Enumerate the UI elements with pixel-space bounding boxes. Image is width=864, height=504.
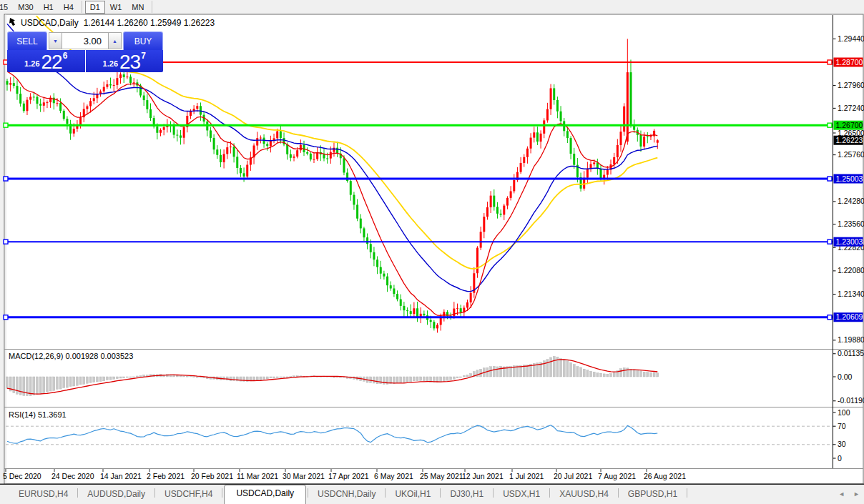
time-label: 6 May 2021 xyxy=(374,472,413,480)
tab-separator xyxy=(154,488,155,498)
time-label: 20 Feb 2021 xyxy=(191,472,233,480)
line-handle[interactable] xyxy=(4,123,8,127)
axis-label: 1.29440 xyxy=(838,34,864,43)
tab-separator xyxy=(618,488,619,498)
axis-label: 1.21340 xyxy=(838,290,864,298)
time-label: 17 Apr 2021 xyxy=(328,472,369,480)
line-handle[interactable] xyxy=(828,60,832,64)
macd-indicator-label: MACD(12,26,9) 0.001928 0.003523 xyxy=(9,352,133,360)
axis-label: 1.22080 xyxy=(838,266,864,275)
volume-stepper: ▼ 3.00 ▲ xyxy=(49,32,122,49)
chart-title: USDCAD,Daily 1.26144 1.26260 1.25949 1.2… xyxy=(9,17,215,28)
symbol-tab-bar: EURUSD,H4AUDUSD,DailyUSDCHF,H4USDCAD,Dai… xyxy=(0,485,864,504)
tab-separator xyxy=(440,488,441,498)
one-click-trade-panel: SELL ▼ 3.00 ▲ BUY 1.26 22 6 1.26 23 7 xyxy=(7,31,163,72)
tab-scroll-right-icon[interactable]: ► xyxy=(853,490,860,498)
time-label: 20 Jul 2021 xyxy=(554,472,592,480)
bid-price-point: 6 xyxy=(63,52,68,71)
line-handle[interactable] xyxy=(828,315,832,320)
volume-decrease-button[interactable]: ▼ xyxy=(49,32,62,49)
time-label: 26 Aug 2021 xyxy=(644,472,686,480)
axis-label: 1.24280 xyxy=(838,197,864,205)
axis-label: 1.23560 xyxy=(838,219,864,228)
bid-ask-display: 1.26 22 6 1.26 23 7 xyxy=(7,50,163,72)
line-handle[interactable] xyxy=(4,177,8,181)
tab-dj30-h1[interactable]: DJ30,H1 xyxy=(441,486,492,504)
trade-panel-top-row: SELL ▼ 3.00 ▲ BUY xyxy=(7,31,163,50)
axis-label: 1.25003 xyxy=(836,174,863,183)
line-handle[interactable] xyxy=(4,315,8,320)
tab-usdcad-daily[interactable]: USDCAD,Daily xyxy=(224,485,306,504)
bid-price-prefix: 1.26 xyxy=(24,60,39,71)
time-label: 14 Jan 2021 xyxy=(100,472,142,480)
tab-eurusd-h4[interactable]: EURUSD,H4 xyxy=(10,486,77,504)
tab-separator xyxy=(385,488,386,498)
axis-label: 0.00 xyxy=(838,372,853,381)
time-label: 7 Aug 2021 xyxy=(598,472,636,480)
time-label: 1 Jul 2021 xyxy=(509,472,544,480)
chart-window-frame xyxy=(4,14,863,484)
tab-separator xyxy=(77,488,78,498)
tab-usdcnh-daily[interactable]: USDCNH,Daily xyxy=(309,486,384,504)
chart-ohlc-values: 1.26144 1.26260 1.25949 1.26223 xyxy=(84,18,215,28)
axis-label: 30 xyxy=(838,440,846,448)
line-handle[interactable] xyxy=(828,123,832,127)
axis-label: -0.01190 xyxy=(838,396,864,405)
tab-gbpusd-h1[interactable]: GBPUSD,H1 xyxy=(619,486,686,504)
axis-label: 1.27240 xyxy=(838,104,864,112)
tab-xauusd-h4[interactable]: XAUUSD,H4 xyxy=(551,486,617,504)
time-label: 24 Dec 2020 xyxy=(51,472,94,480)
ask-price-point: 7 xyxy=(141,52,146,71)
volume-value[interactable]: 3.00 xyxy=(62,32,108,49)
time-label: 25 May 2021 xyxy=(420,472,463,480)
volume-increase-button[interactable]: ▲ xyxy=(108,32,122,49)
tab-separator xyxy=(549,488,550,498)
axis-label: 0 xyxy=(838,454,842,463)
tab-separator xyxy=(493,488,494,498)
line-handle[interactable] xyxy=(828,239,832,244)
time-label: 2 Feb 2021 xyxy=(147,472,185,480)
axis-label: 70 xyxy=(838,422,846,430)
ask-price-prefix: 1.26 xyxy=(103,60,118,71)
axis-label: 1.20609 xyxy=(836,312,863,321)
axis-label: 0.01135 xyxy=(838,349,864,357)
axis-label: 1.25760 xyxy=(838,150,864,159)
time-label: 30 Mar 2021 xyxy=(283,472,325,480)
bid-price: 1.26 22 6 xyxy=(7,50,86,72)
line-handle[interactable] xyxy=(4,239,8,244)
ask-price-pips: 23 xyxy=(119,53,140,71)
sell-button[interactable]: SELL xyxy=(7,31,47,50)
chart-canvas[interactable]: 1.294401.279601.272401.265001.257601.242… xyxy=(0,0,864,504)
axis-label: 1.26700 xyxy=(836,121,863,129)
axis-label: 1.26223 xyxy=(836,136,863,144)
ask-price: 1.26 23 7 xyxy=(86,50,164,72)
tab-scroll-left-icon[interactable]: ◄ xyxy=(838,490,845,498)
buy-button[interactable]: BUY xyxy=(123,31,163,50)
tab-audusd-daily[interactable]: AUDUSD,Daily xyxy=(79,486,154,504)
axis-label: 1.28700 xyxy=(836,58,863,66)
tab-separator xyxy=(308,488,308,498)
tab-separator xyxy=(222,488,222,498)
chart-cursor-arrow-icon xyxy=(7,16,18,29)
rsi-indicator-label: RSI(14) 51.3691 xyxy=(9,410,67,419)
time-label: 5 Dec 2020 xyxy=(3,472,41,480)
axis-label: 1.23003 xyxy=(836,237,863,246)
bid-price-pips: 22 xyxy=(41,53,62,71)
axis-label: 1.27960 xyxy=(838,81,864,89)
axis-label: 1.19880 xyxy=(838,335,864,344)
tab-usdchf-h4[interactable]: USDCHF,H4 xyxy=(156,486,221,504)
tab-separator xyxy=(687,488,687,498)
time-label: 12 Jun 2021 xyxy=(462,472,504,480)
axis-label: 100 xyxy=(838,408,850,417)
line-handle[interactable] xyxy=(828,177,832,181)
tab-scroll-nav: ◄ ► xyxy=(838,490,860,498)
time-label: 11 Mar 2021 xyxy=(237,472,278,480)
tab-ukoil-h1[interactable]: UKOil,H1 xyxy=(386,486,439,504)
tab-usdx-h1[interactable]: USDX,H1 xyxy=(494,486,549,504)
chart-symbol-period: USDCAD,Daily xyxy=(21,18,79,28)
